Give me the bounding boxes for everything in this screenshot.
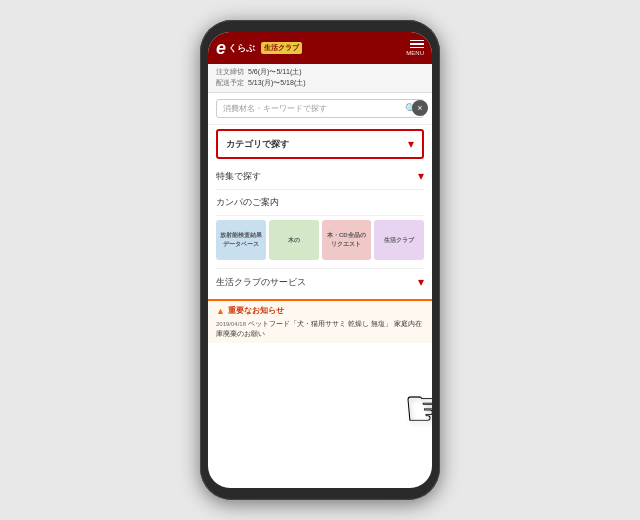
- delivery-info-row: 配送予定 5/13(月)〜5/18(土): [216, 78, 424, 88]
- menu-section: カテゴリで探す ▾ 特集で探す ▾ カンパのご案内: [208, 129, 432, 216]
- kanpa-menu-item[interactable]: カンパのご案内: [216, 190, 424, 216]
- nature-banner[interactable]: 木の: [269, 220, 319, 260]
- seikatsu-banner[interactable]: 生活クラブ: [374, 220, 424, 260]
- phone-device: e くらぶ 生活クラブ MENU 注文締切 5/6(月)〜5/11(土) 配送予…: [200, 20, 440, 500]
- chevron-down-icon-3: ▾: [418, 275, 424, 289]
- info-bar: 注文締切 5/6(月)〜5/11(土) 配送予定 5/13(月)〜5/18(土): [208, 64, 432, 93]
- alert-text: ペットフード「犬・猫用ササミ 乾燥し 無塩」 家庭内在庫廃棄のお願い: [216, 320, 422, 337]
- menu-line-3: [410, 47, 424, 49]
- close-button[interactable]: ×: [412, 100, 428, 116]
- category-label: カテゴリで探す: [226, 138, 289, 151]
- menu-button[interactable]: MENU: [406, 40, 424, 57]
- menu-line-1: [410, 40, 424, 42]
- alert-date: 2019/04/18: [216, 321, 246, 327]
- category-menu-item[interactable]: カテゴリで探す ▾: [216, 129, 424, 159]
- logo-e: e: [216, 38, 226, 59]
- alert-item[interactable]: 2019/04/18 ペットフード「犬・猫用ササミ 乾燥し 無塩」 家庭内在庫廃…: [216, 319, 424, 339]
- chevron-down-icon: ▾: [408, 137, 414, 151]
- delivery-value: 5/13(月)〜5/18(土): [248, 78, 306, 88]
- chevron-down-icon-2: ▾: [418, 169, 424, 183]
- search-input-wrap[interactable]: 消費材名・キーワードで探す 🔍: [216, 99, 424, 118]
- search-bar: 消費材名・キーワードで探す 🔍: [208, 93, 432, 125]
- app-header: e くらぶ 生活クラブ MENU: [208, 32, 432, 64]
- warning-icon: ▲: [216, 306, 225, 316]
- service-menu-item[interactable]: 生活クラブのサービス ▾: [216, 268, 424, 295]
- tokushu-label: 特集で探す: [216, 170, 261, 183]
- radiation-banner-text: 放射能検査結果データベース: [220, 231, 262, 249]
- menu-label: MENU: [406, 50, 424, 56]
- alert-title: 重要なお知らせ: [228, 305, 284, 316]
- tokushu-menu-item[interactable]: 特集で探す ▾: [216, 163, 424, 190]
- radiation-banner[interactable]: 放射能検査結果データベース: [216, 220, 266, 260]
- alert-header: ▲ 重要なお知らせ: [216, 305, 424, 316]
- seikatsu-banner-text: 生活クラブ: [384, 236, 414, 245]
- nature-banner-text: 木の: [288, 236, 300, 245]
- alert-section: ▲ 重要なお知らせ 2019/04/18 ペットフード「犬・猫用ササミ 乾燥し …: [208, 299, 432, 343]
- order-value: 5/6(月)〜5/11(土): [248, 67, 302, 77]
- banner-area: 放射能検査結果データベース 木の 本・CD全品のリクエスト 生活クラブ: [208, 216, 432, 264]
- phone-screen: e くらぶ 生活クラブ MENU 注文締切 5/6(月)〜5/11(土) 配送予…: [208, 32, 432, 488]
- search-placeholder: 消費材名・キーワードで探す: [223, 103, 405, 114]
- delivery-label: 配送予定: [216, 78, 244, 88]
- request-banner[interactable]: 本・CD全品のリクエスト: [322, 220, 372, 260]
- order-label: 注文締切: [216, 67, 244, 77]
- request-banner-text: 本・CD全品のリクエスト: [327, 231, 366, 249]
- app-logo: e くらぶ 生活クラブ: [216, 38, 302, 59]
- kanpa-label: カンパのご案内: [216, 196, 279, 209]
- logo-badge: 生活クラブ: [261, 42, 302, 54]
- menu-line-2: [410, 43, 424, 45]
- order-info-row: 注文締切 5/6(月)〜5/11(土): [216, 67, 424, 77]
- service-label: 生活クラブのサービス: [216, 276, 306, 289]
- cursor-hand: ☞: [403, 378, 432, 438]
- logo-kurabu: くらぶ: [228, 42, 255, 55]
